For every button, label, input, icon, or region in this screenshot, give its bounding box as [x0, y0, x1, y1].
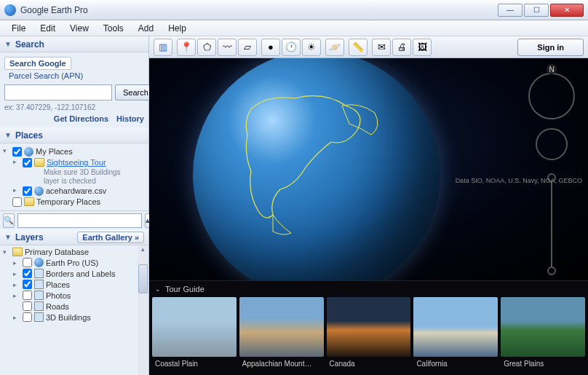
expand-icon[interactable]: ▾: [3, 248, 10, 256]
tour-card[interactable]: Appalachian Mount…: [239, 297, 324, 373]
layer-icon: [34, 280, 44, 289]
expand-icon[interactable]: ▸: [13, 259, 20, 267]
expand-icon[interactable]: ▸: [13, 292, 20, 299]
chevron-down-icon: ⌄: [155, 285, 161, 293]
sign-in-button[interactable]: Sign in: [517, 39, 584, 56]
temp-label[interactable]: Temporary Places: [36, 197, 100, 206]
history-link[interactable]: History: [116, 114, 144, 123]
layer-cb[interactable]: [23, 280, 32, 289]
database-icon: [12, 248, 23, 256]
layer-cb[interactable]: [23, 312, 32, 322]
expand-icon[interactable]: ▸: [13, 158, 20, 165]
menu-add[interactable]: Add: [131, 22, 161, 35]
minimize-button[interactable]: —: [498, 4, 523, 17]
globe-icon: [24, 147, 33, 157]
add-image-overlay-button[interactable]: ▱: [238, 39, 257, 56]
menu-edit[interactable]: Edit: [33, 22, 63, 35]
places-toolbar: 🔍 ▴ ▾: [0, 210, 148, 229]
expand-icon[interactable]: [3, 197, 10, 205]
tour-guide-header[interactable]: ⌄ Tour Guide: [149, 281, 588, 297]
search-input[interactable]: [4, 84, 112, 100]
tour-card[interactable]: Coastal Plain: [152, 297, 237, 373]
layer-primary[interactable]: Primary Database: [25, 248, 89, 256]
search-panel-header[interactable]: ▼ Search: [0, 36, 148, 52]
expand-icon[interactable]: ▸: [13, 270, 20, 277]
nav-look-joystick[interactable]: [536, 128, 568, 160]
layer-borders[interactable]: Borders and Labels: [46, 269, 115, 278]
layer-cb[interactable]: [23, 291, 32, 300]
record-tour-button[interactable]: ●: [261, 39, 280, 56]
globe-icon: [34, 186, 44, 196]
earth-gallery-button[interactable]: Earth Gallery »: [77, 232, 144, 243]
maximize-button[interactable]: ☐: [524, 4, 549, 17]
layer-places[interactable]: Places: [46, 280, 70, 289]
layer-roads[interactable]: Roads: [46, 302, 69, 311]
expand-icon[interactable]: ▸: [13, 314, 20, 321]
expand-icon[interactable]: [13, 303, 20, 310]
hide-sidebar-button[interactable]: ▥: [154, 39, 172, 56]
folder-icon: [34, 158, 44, 167]
tour-label: Great Plains: [501, 357, 585, 373]
add-placemark-button[interactable]: 📍: [177, 39, 196, 56]
expand-icon[interactable]: ▸: [13, 186, 20, 194]
layer-cb[interactable]: [23, 269, 32, 278]
title-bar: Google Earth Pro — ☐ ✕: [0, 0, 588, 20]
planet-button[interactable]: 🪐: [325, 39, 344, 56]
nav-compass[interactable]: N: [528, 73, 575, 119]
tour-label: Appalachian Mount…: [239, 357, 324, 373]
collapse-icon: ▼: [4, 131, 12, 139]
layer-cb[interactable]: [23, 301, 32, 311]
ace-checkbox[interactable]: [23, 186, 32, 196]
close-button[interactable]: ✕: [550, 4, 584, 17]
save-image-button[interactable]: 🖼: [413, 39, 432, 56]
layer-cb[interactable]: [23, 258, 32, 267]
tour-card[interactable]: California: [413, 297, 498, 373]
tour-card[interactable]: Great Plains: [501, 297, 585, 373]
folder-icon: [24, 197, 34, 206]
get-directions-link[interactable]: Get Directions: [54, 114, 108, 123]
layer-3d[interactable]: 3D Buildings: [46, 313, 91, 322]
layer-earthpro[interactable]: Earth Pro (US): [46, 258, 98, 267]
menu-view[interactable]: View: [63, 22, 96, 35]
print-button[interactable]: 🖨: [392, 39, 411, 56]
sightseeing-note2: layer is checked: [44, 177, 146, 186]
add-path-button[interactable]: 〰: [218, 39, 237, 56]
sightseeing-checkbox[interactable]: [23, 158, 32, 167]
globe-icon: [34, 258, 44, 267]
myplaces-label[interactable]: My Places: [36, 147, 73, 156]
window-title: Google Earth Pro: [20, 5, 498, 15]
menu-help[interactable]: Help: [161, 22, 194, 35]
ace-label[interactable]: acehardware.csv: [46, 186, 106, 195]
historical-imagery-button[interactable]: 🕐: [282, 39, 301, 56]
places-search-icon[interactable]: 🔍: [3, 213, 15, 228]
layer-icon: [34, 291, 44, 300]
expand-icon[interactable]: ▸: [13, 281, 20, 288]
tour-guide-panel: ⌄ Tour Guide Coastal Plain Appalachian M…: [149, 280, 588, 375]
layers-panel-header[interactable]: ▼ Layers Earth Gallery »: [0, 229, 148, 245]
temp-checkbox[interactable]: [12, 197, 22, 207]
myplaces-checkbox[interactable]: [12, 147, 22, 157]
email-button[interactable]: ✉: [372, 39, 391, 56]
nav-zoom-slider[interactable]: [547, 173, 556, 275]
layers-header-label: Layers: [15, 232, 44, 242]
menu-file[interactable]: File: [4, 22, 33, 35]
layer-photos[interactable]: Photos: [46, 291, 71, 300]
search-header-label: Search: [15, 39, 44, 50]
places-panel-header[interactable]: ▼ Places: [0, 127, 148, 143]
add-polygon-button[interactable]: ⬠: [197, 39, 216, 56]
globe-viewport[interactable]: N Data SIO, NOAA, U.S. Navy, NGA, GEBCO: [149, 58, 588, 280]
sightseeing-link[interactable]: Sightseeing Tour: [47, 158, 106, 167]
menu-tools[interactable]: Tools: [96, 22, 131, 35]
expand-icon[interactable]: ▾: [3, 147, 10, 154]
sunlight-button[interactable]: ☀: [302, 39, 321, 56]
tour-guide-title: Tour Guide: [165, 285, 204, 293]
search-tab-parcel[interactable]: Parcel Search (APN): [4, 70, 87, 82]
places-filter-input[interactable]: [17, 213, 142, 228]
layer-icon: [34, 312, 44, 322]
tour-label: Coastal Plain: [152, 357, 237, 373]
ruler-button[interactable]: 📏: [349, 39, 368, 56]
search-tab-google[interactable]: Search Google: [4, 57, 71, 70]
tour-card[interactable]: Canada: [327, 297, 411, 373]
tour-thumb: [152, 297, 237, 357]
layers-scrollbar[interactable]: ▴: [138, 245, 148, 375]
